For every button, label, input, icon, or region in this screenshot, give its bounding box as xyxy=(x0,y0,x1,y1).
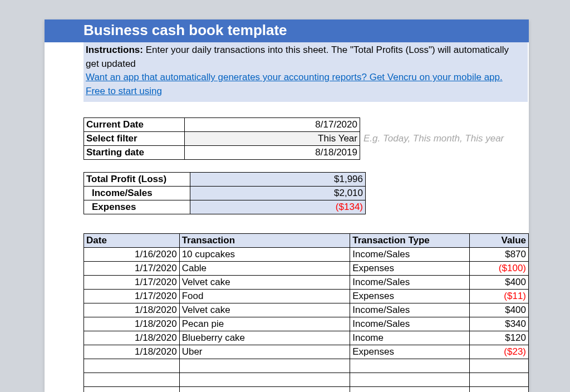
summary-row-income: Income/Sales $2,010 xyxy=(84,186,366,200)
meta-row-starting-date: Starting date 8/18/2019 xyxy=(84,145,360,159)
expenses-value: ($134) xyxy=(190,200,366,214)
starting-date-value[interactable]: 8/18/2019 xyxy=(185,145,360,159)
cell-type[interactable] xyxy=(350,359,470,373)
meta-row-current-date: Current Date 8/17/2020 xyxy=(84,117,360,131)
table-row[interactable]: 1/17/2020Velvet cakeIncome/Sales$400 xyxy=(84,275,529,289)
summary-table: Total Profit (Loss) $1,996 Income/Sales … xyxy=(83,172,366,214)
cell-date[interactable]: 1/17/2020 xyxy=(84,289,180,303)
summary-row-total: Total Profit (Loss) $1,996 xyxy=(84,172,366,186)
header-transaction: Transaction xyxy=(179,233,350,247)
meta-table: Current Date 8/17/2020 Select filter Thi… xyxy=(83,117,360,160)
table-row[interactable]: 1/16/202010 cupcakesIncome/Sales$870 xyxy=(84,247,529,261)
cell-date[interactable] xyxy=(84,359,180,373)
cell-date[interactable]: 1/17/2020 xyxy=(84,261,180,275)
table-row[interactable]: 1/17/2020CableExpenses($100) xyxy=(84,261,529,275)
current-date-label: Current Date xyxy=(84,117,185,131)
content-area: Current Date 8/17/2020 Select filter Thi… xyxy=(45,102,529,392)
cell-date[interactable]: 1/18/2020 xyxy=(84,331,180,345)
cell-transaction[interactable]: Food xyxy=(179,289,350,303)
cell-transaction[interactable] xyxy=(179,373,350,386)
cell-date[interactable] xyxy=(84,386,180,392)
transactions-header-row: Date Transaction Transaction Type Value xyxy=(84,233,529,247)
cell-value[interactable] xyxy=(469,373,528,386)
cell-value[interactable]: $340 xyxy=(469,317,528,331)
cell-date[interactable]: 1/17/2020 xyxy=(84,275,180,289)
expenses-label: Expenses xyxy=(84,200,190,214)
cell-value[interactable]: $400 xyxy=(469,275,528,289)
cell-transaction[interactable]: Cable xyxy=(179,261,350,275)
promo-link-line2[interactable]: Free to start using xyxy=(86,86,162,96)
starting-date-label: Starting date xyxy=(84,145,185,159)
cell-date[interactable]: 1/18/2020 xyxy=(84,317,180,331)
cell-value[interactable]: ($100) xyxy=(469,261,528,275)
table-row[interactable]: 1/18/2020UberExpenses($23) xyxy=(84,345,529,359)
cell-type[interactable] xyxy=(350,386,470,392)
cell-value[interactable]: $870 xyxy=(469,247,528,261)
cell-date[interactable]: 1/18/2020 xyxy=(84,303,180,317)
cell-type[interactable]: Income/Sales xyxy=(350,303,470,317)
promo-link-line1[interactable]: Want an app that automatically generates… xyxy=(86,72,503,82)
page-title: Business cash book template xyxy=(45,19,529,42)
header-date: Date xyxy=(84,233,180,247)
cell-type[interactable]: Expenses xyxy=(350,345,470,359)
total-profit-value: $1,996 xyxy=(190,172,366,186)
instructions-text-1: Enter your daily transactions into this … xyxy=(143,45,509,55)
cell-value[interactable]: ($11) xyxy=(469,289,528,303)
header-type: Transaction Type xyxy=(350,233,470,247)
cell-value[interactable]: ($23) xyxy=(469,345,528,359)
cell-transaction[interactable]: Velvet cake xyxy=(179,303,350,317)
table-row[interactable]: 1/18/2020Velvet cakeIncome/Sales$400 xyxy=(84,303,529,317)
cell-type[interactable]: Income/Sales xyxy=(350,247,470,261)
table-row[interactable]: 1/18/2020Pecan pieIncome/Sales$340 xyxy=(84,317,529,331)
cell-transaction[interactable] xyxy=(179,359,350,373)
cell-value[interactable] xyxy=(469,386,528,392)
cell-transaction[interactable]: Blueberry cake xyxy=(179,331,350,345)
cell-type[interactable] xyxy=(350,373,470,386)
cell-value[interactable] xyxy=(469,359,528,373)
income-value: $2,010 xyxy=(190,186,366,200)
cell-value[interactable]: $120 xyxy=(469,331,528,345)
table-row-empty[interactable] xyxy=(84,386,529,392)
header-value: Value xyxy=(469,233,528,247)
table-row[interactable]: 1/17/2020FoodExpenses($11) xyxy=(84,289,529,303)
cell-transaction[interactable]: Uber xyxy=(179,345,350,359)
cell-date[interactable]: 1/18/2020 xyxy=(84,345,180,359)
cell-date[interactable]: 1/16/2020 xyxy=(84,247,180,261)
transactions-table: Date Transaction Transaction Type Value … xyxy=(83,233,529,392)
cell-type[interactable]: Income xyxy=(350,331,470,345)
instructions-label: Instructions: xyxy=(86,45,143,55)
table-row-empty[interactable] xyxy=(84,359,529,373)
select-filter-hint: E.g. Today, This month, This year xyxy=(363,133,504,144)
meta-row-select-filter: Select filter This Year xyxy=(84,131,360,145)
select-filter-label: Select filter xyxy=(84,131,185,145)
cell-type[interactable]: Expenses xyxy=(350,261,470,275)
instructions-text-2: get updated xyxy=(86,57,525,71)
cell-date[interactable] xyxy=(84,373,180,386)
cell-type[interactable]: Expenses xyxy=(350,289,470,303)
total-profit-label: Total Profit (Loss) xyxy=(84,172,190,186)
income-label: Income/Sales xyxy=(84,186,190,200)
cell-value[interactable]: $400 xyxy=(469,303,528,317)
summary-row-expenses: Expenses ($134) xyxy=(84,200,366,214)
spreadsheet-sheet: Business cash book template Instructions… xyxy=(45,19,529,392)
current-date-value[interactable]: 8/17/2020 xyxy=(185,117,360,131)
cell-type[interactable]: Income/Sales xyxy=(350,275,470,289)
cell-transaction[interactable]: Velvet cake xyxy=(179,275,350,289)
table-row-empty[interactable] xyxy=(84,373,529,386)
cell-transaction[interactable]: Pecan pie xyxy=(179,317,350,331)
cell-transaction[interactable]: 10 cupcakes xyxy=(179,247,350,261)
cell-transaction[interactable] xyxy=(179,386,350,392)
cell-type[interactable]: Income/Sales xyxy=(350,317,470,331)
instructions-box: Instructions: Enter your daily transacti… xyxy=(83,42,528,102)
select-filter-value[interactable]: This Year xyxy=(185,131,360,145)
table-row[interactable]: 1/18/2020Blueberry cakeIncome$120 xyxy=(84,331,529,345)
